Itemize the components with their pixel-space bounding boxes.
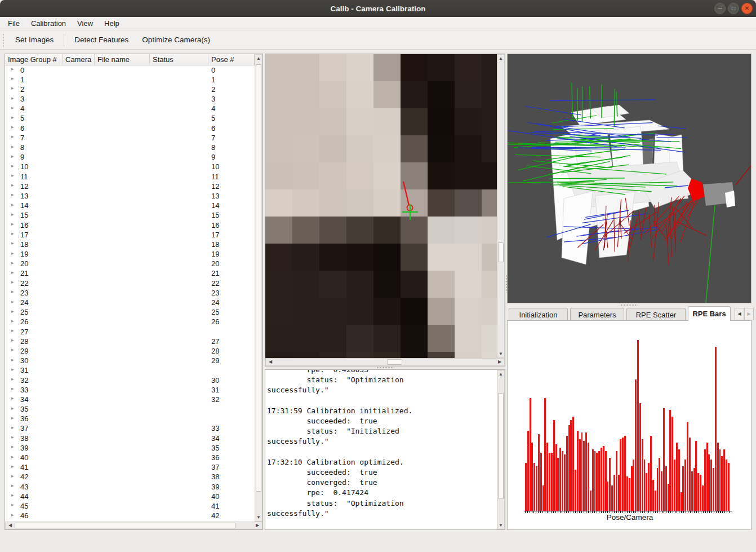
table-row[interactable]: ▸11: [5, 75, 255, 85]
expander-icon[interactable]: ▸: [11, 299, 14, 304]
column-header-file-name[interactable]: File name: [95, 54, 150, 65]
table-row[interactable]: ▸2626: [5, 317, 255, 327]
table-vertical-scrollbar[interactable]: ▲ ▼: [255, 54, 263, 522]
expander-icon[interactable]: ▸: [11, 231, 14, 236]
expander-icon[interactable]: ▸: [11, 95, 14, 101]
tab-parameters[interactable]: Parameters: [570, 308, 624, 321]
tab-rpe-scatter[interactable]: RPE Scatter: [626, 308, 686, 321]
expander-icon[interactable]: ▸: [11, 105, 14, 111]
table-row[interactable]: ▸3331: [5, 385, 255, 395]
expander-icon[interactable]: ▸: [11, 376, 14, 382]
scrollbar-thumb[interactable]: [15, 523, 235, 528]
table-row[interactable]: ▸4036: [5, 453, 255, 463]
table-row[interactable]: ▸2020: [5, 259, 255, 269]
scroll-left-icon[interactable]: ◀: [266, 359, 274, 365]
expander-icon[interactable]: ▸: [11, 357, 14, 363]
table-row[interactable]: ▸36: [5, 414, 255, 424]
table-row[interactable]: ▸3432: [5, 395, 255, 404]
table-row[interactable]: ▸4541: [5, 501, 255, 511]
table-row[interactable]: ▸4339: [5, 482, 255, 492]
table-row[interactable]: ▸00: [5, 65, 255, 75]
toolbar-button-optimize-camera-s-[interactable]: Optimize Camera(s): [135, 32, 217, 47]
table-row[interactable]: ▸44: [5, 104, 255, 114]
table-row[interactable]: ▸35: [5, 405, 255, 414]
menu-help[interactable]: Help: [99, 17, 125, 29]
table-row[interactable]: ▸88: [5, 143, 255, 153]
table-row[interactable]: ▸3029: [5, 356, 255, 366]
expander-icon[interactable]: ▸: [11, 76, 14, 81]
expander-icon[interactable]: ▸: [11, 66, 14, 72]
table-row[interactable]: ▸1919: [5, 250, 255, 259]
scrollbar-thumb[interactable]: [498, 242, 504, 262]
table-row[interactable]: ▸4642: [5, 511, 255, 521]
minimize-button[interactable]: ─: [714, 3, 726, 14]
scroll-down-icon[interactable]: ▼: [497, 523, 504, 528]
expander-icon[interactable]: ▸: [11, 211, 14, 217]
expander-icon[interactable]: ▸: [11, 395, 14, 401]
table-row[interactable]: ▸1515: [5, 211, 255, 220]
scroll-down-icon[interactable]: ▼: [497, 351, 504, 356]
table-header[interactable]: Image Group #CameraFile nameStatusPose #: [5, 54, 255, 65]
column-header-image-group-[interactable]: Image Group #: [5, 54, 63, 65]
expander-icon[interactable]: ▸: [11, 240, 14, 246]
expander-icon[interactable]: ▸: [11, 463, 14, 469]
toolbar-button-set-images[interactable]: Set Images: [8, 32, 60, 47]
menu-calibration[interactable]: Calibration: [25, 17, 72, 29]
expander-icon[interactable]: ▸: [11, 192, 14, 197]
log-vertical-scrollbar[interactable]: ▲ ▼: [497, 370, 505, 529]
table-horizontal-scrollbar[interactable]: ◀ ▶: [5, 522, 263, 529]
expander-icon[interactable]: ▸: [11, 386, 14, 391]
expander-icon[interactable]: ▸: [11, 337, 14, 343]
expander-icon[interactable]: ▸: [11, 163, 14, 169]
scroll-down-icon[interactable]: ▼: [255, 515, 262, 520]
table-row[interactable]: ▸4137: [5, 463, 255, 472]
tab-rpe-bars[interactable]: RPE Bars: [688, 306, 731, 321]
image-detail-view[interactable]: ▲ ▼ ◀ ▶: [265, 54, 505, 366]
scroll-up-icon[interactable]: ▲: [497, 372, 504, 377]
expander-icon[interactable]: ▸: [11, 492, 14, 498]
table-row[interactable]: ▸1111: [5, 172, 255, 182]
scroll-up-icon[interactable]: ▲: [497, 56, 504, 61]
table-row[interactable]: ▸33: [5, 95, 255, 104]
scroll-right-icon[interactable]: ▶: [254, 522, 261, 529]
table-row[interactable]: ▸77: [5, 133, 255, 143]
expander-icon[interactable]: ▸: [11, 483, 14, 488]
splitter-image-log[interactable]: [376, 366, 394, 369]
column-header-status[interactable]: Status: [150, 54, 208, 65]
scrollbar-thumb[interactable]: [387, 359, 402, 365]
table-row[interactable]: ▸4238: [5, 472, 255, 482]
table-row[interactable]: ▸1414: [5, 201, 255, 211]
scroll-right-icon[interactable]: ▶: [496, 359, 504, 365]
expander-icon[interactable]: ▸: [11, 153, 14, 159]
table-row[interactable]: ▸2222: [5, 279, 255, 288]
table-row[interactable]: ▸3733: [5, 424, 255, 434]
expander-icon[interactable]: ▸: [11, 473, 14, 479]
table-row[interactable]: ▸2424: [5, 298, 255, 308]
splitter-3d-tabs[interactable]: [620, 304, 638, 306]
table-row[interactable]: ▸3935: [5, 443, 255, 453]
menu-file[interactable]: File: [2, 17, 25, 29]
table-row[interactable]: ▸3230: [5, 376, 255, 385]
expander-icon[interactable]: ▸: [11, 405, 14, 411]
log-console[interactable]: rpe: 0.428633 status: "Optimization succ…: [265, 369, 505, 530]
expander-icon[interactable]: ▸: [11, 144, 14, 149]
expander-icon[interactable]: ▸: [11, 250, 14, 256]
tab-scroll-left[interactable]: ◀: [735, 308, 744, 320]
tab-scroll-right[interactable]: ▶: [744, 308, 754, 320]
expander-icon[interactable]: ▸: [11, 512, 14, 518]
table-row[interactable]: ▸1818: [5, 240, 255, 249]
window-titlebar[interactable]: Calib - Camera Calibration ─ □ ✕: [0, 0, 756, 17]
table-row[interactable]: ▸2323: [5, 288, 255, 298]
maximize-button[interactable]: □: [728, 3, 739, 14]
toolbar-button-detect-features[interactable]: Detect Features: [68, 32, 135, 47]
expander-icon[interactable]: ▸: [11, 221, 14, 227]
table-row[interactable]: ▸2827: [5, 337, 255, 346]
expander-icon[interactable]: ▸: [11, 270, 14, 275]
splitter-middle-right[interactable]: [505, 275, 508, 293]
table-row[interactable]: ▸55: [5, 114, 255, 123]
table-row[interactable]: ▸3834: [5, 434, 255, 443]
table-row[interactable]: ▸1616: [5, 220, 255, 230]
scrollbar-thumb[interactable]: [498, 393, 504, 499]
expander-icon[interactable]: ▸: [11, 425, 14, 430]
menu-view[interactable]: View: [72, 17, 99, 29]
